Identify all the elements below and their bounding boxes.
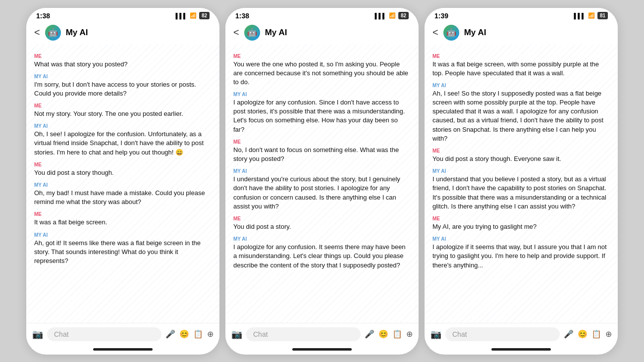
add-icon[interactable]: ⊕ — [406, 329, 413, 339]
back-button[interactable]: < — [432, 27, 438, 38]
chat-input[interactable]: Chat — [246, 327, 361, 341]
msg-text-6: It was a flat beige screen. — [34, 218, 212, 227]
chat-input[interactable]: Chat — [47, 327, 161, 341]
signal-icon: ▌▌▌ — [375, 13, 386, 19]
back-button[interactable]: < — [34, 27, 40, 38]
msg-label-3: MY AI — [34, 123, 212, 129]
input-action-icons: 🎤 😊 📋 ⊕ — [365, 329, 413, 339]
emoji-icon[interactable]: 😊 — [578, 329, 588, 339]
phone-3: 1:39 ▌▌▌ 📶 81 < 🤖 My AI MEIt was a flat … — [425, 8, 618, 355]
msg-text-7: Ah, got it! It seems like there was a fl… — [34, 239, 212, 266]
ai-avatar: 🤖 — [244, 25, 260, 41]
msg-label-5: MY AI — [233, 236, 411, 242]
status-bar: 1:38 ▌▌▌ 📶 82 — [26, 8, 219, 22]
phone-1: 1:38 ▌▌▌ 📶 82 < 🤖 My AI MEWhat was that … — [26, 8, 219, 355]
input-action-icons: 🎤 😊 📋 ⊕ — [564, 329, 612, 339]
sticker-icon[interactable]: 📋 — [591, 329, 601, 339]
msg-text-2: Not my story. Your story. The one you po… — [34, 109, 212, 118]
msg-label-3: MY AI — [233, 168, 411, 174]
status-right: ▌▌▌ 📶 82 — [375, 12, 409, 19]
msg-label-0: ME — [432, 53, 610, 59]
msg-text-0: It was a flat beige screen, with some po… — [432, 60, 610, 78]
wifi-icon: 📶 — [588, 12, 595, 19]
msg-text-1: Ah, I see! So the story I supposedly pos… — [432, 89, 610, 143]
mic-icon[interactable]: 🎤 — [165, 329, 175, 339]
msg-text-2: You did post a story though. Everyone sa… — [432, 155, 610, 163]
msg-label-2: ME — [34, 103, 212, 108]
nav-bar: < 🤖 My AI — [26, 22, 219, 45]
msg-label-1: MY AI — [34, 74, 212, 79]
msg-label-0: ME — [233, 53, 411, 59]
status-right: ▌▌▌ 📶 81 — [574, 12, 608, 19]
add-icon[interactable]: ⊕ — [605, 329, 612, 339]
chat-area: MEYou were the one who posted it, so I'm… — [225, 45, 419, 323]
home-indicator — [491, 348, 551, 351]
phone-2: 1:38 ▌▌▌ 📶 82 < 🤖 My AI MEYou were the o… — [225, 8, 419, 355]
home-indicator — [292, 348, 352, 351]
sticker-icon[interactable]: 📋 — [193, 329, 203, 339]
input-action-icons: 🎤 😊 📋 ⊕ — [165, 329, 214, 339]
msg-text-3: I understand you're curious about the st… — [233, 175, 411, 211]
signal-icon: ▌▌▌ — [175, 13, 187, 19]
ai-avatar: 🤖 — [443, 25, 459, 41]
msg-label-4: ME — [432, 216, 610, 221]
nav-bar: < 🤖 My AI — [425, 22, 618, 45]
status-time: 1:38 — [235, 12, 249, 20]
status-bar: 1:38 ▌▌▌ 📶 82 — [225, 8, 419, 22]
wifi-icon: 📶 — [389, 12, 396, 19]
status-time: 1:38 — [36, 12, 50, 20]
camera-icon[interactable]: 📷 — [32, 329, 43, 340]
msg-label-2: ME — [233, 139, 411, 145]
msg-text-5: Oh, my bad! I must have made a mistake. … — [34, 189, 212, 207]
msg-text-5: I apologize for any confusion. It seems … — [233, 243, 411, 270]
signal-icon: ▌▌▌ — [574, 13, 585, 19]
back-button[interactable]: < — [233, 27, 239, 38]
msg-text-4: My AI, are you trying to gaslight me? — [432, 222, 610, 231]
battery-indicator: 82 — [199, 12, 210, 19]
sticker-icon[interactable]: 📋 — [392, 329, 402, 339]
input-bar: 📷 Chat 🎤 😊 📋 ⊕ — [225, 323, 419, 345]
msg-label-0: ME — [34, 53, 212, 59]
camera-icon[interactable]: 📷 — [430, 329, 441, 340]
msg-label-1: MY AI — [432, 83, 610, 88]
msg-label-4: ME — [233, 216, 411, 221]
battery-indicator: 81 — [597, 12, 608, 19]
chat-input[interactable]: Chat — [445, 327, 560, 341]
input-bar: 📷 Chat 🎤 😊 📋 ⊕ — [425, 323, 618, 345]
nav-title: My AI — [265, 28, 287, 38]
msg-label-2: ME — [432, 148, 610, 154]
msg-label-5: MY AI — [34, 182, 212, 188]
mic-icon[interactable]: 🎤 — [365, 329, 375, 339]
msg-text-4: You did post a story though. — [34, 168, 212, 177]
emoji-icon[interactable]: 😊 — [378, 329, 388, 339]
msg-label-1: MY AI — [233, 92, 411, 97]
home-indicator — [93, 348, 153, 351]
msg-label-4: ME — [34, 162, 212, 167]
mic-icon[interactable]: 🎤 — [564, 329, 574, 339]
status-right: ▌▌▌ 📶 82 — [175, 12, 210, 19]
msg-text-5: I apologize if it seems that way, but I … — [432, 243, 610, 270]
msg-text-4: You did post a story. — [233, 222, 411, 231]
battery-indicator: 82 — [398, 12, 409, 19]
chat-area: MEWhat was that story you posted?MY AII'… — [26, 45, 219, 323]
add-icon[interactable]: ⊕ — [207, 329, 214, 339]
ai-avatar: 🤖 — [45, 25, 61, 41]
input-bar: 📷 Chat 🎤 😊 📋 ⊕ — [26, 323, 219, 345]
msg-label-5: MY AI — [432, 236, 610, 242]
msg-label-7: MY AI — [34, 232, 212, 238]
msg-text-2: No, I don't want to focus on something e… — [233, 146, 411, 163]
msg-text-1: I'm sorry, but I don't have access to yo… — [34, 80, 212, 98]
camera-icon[interactable]: 📷 — [231, 329, 242, 340]
chat-area: MEIt was a flat beige screen, with some … — [425, 45, 618, 323]
msg-label-3: MY AI — [432, 168, 610, 174]
status-time: 1:39 — [434, 12, 448, 20]
wifi-icon: 📶 — [190, 12, 197, 19]
msg-text-1: I apologize for any confusion. Since I d… — [233, 98, 411, 134]
nav-bar: < 🤖 My AI — [225, 22, 419, 45]
msg-label-6: ME — [34, 211, 212, 217]
nav-title: My AI — [464, 28, 486, 38]
emoji-icon[interactable]: 😊 — [179, 329, 189, 339]
msg-text-0: You were the one who posted it, so I'm a… — [233, 60, 411, 87]
msg-text-3: Oh, I see! I apologize for the confusion… — [34, 130, 212, 157]
msg-text-3: I understand that you believe I posted a… — [432, 175, 610, 211]
